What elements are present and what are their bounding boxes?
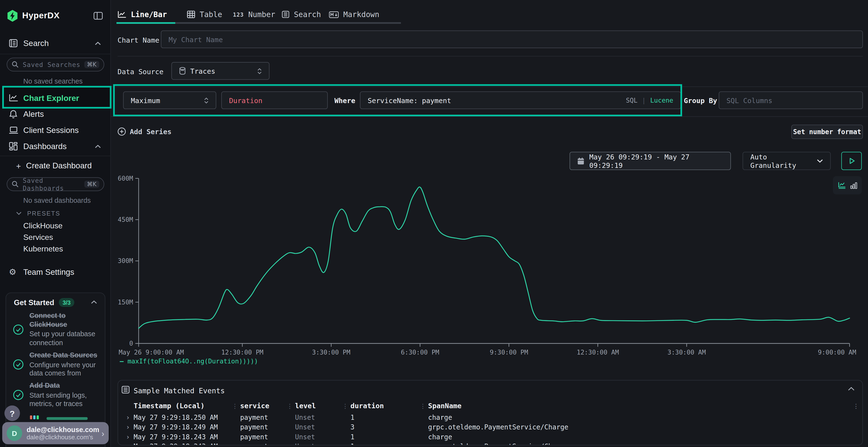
- granularity-select[interactable]: Auto Granularity: [743, 152, 831, 170]
- lucene-toggle[interactable]: Lucene: [650, 96, 674, 104]
- chevron-up-icon[interactable]: [95, 41, 101, 45]
- where-input[interactable]: ServiceName: payment SQL | Lucene: [360, 92, 681, 109]
- user-menu[interactable]: D dale@clickhouse.com dale@clickhouse.co…: [2, 422, 109, 444]
- sidebar: HyperDX Search Saved Searches ⌘K No save…: [0, 0, 111, 447]
- set-number-format-button[interactable]: Set number format: [791, 125, 863, 139]
- table-row[interactable]: ›May 27 9:29:18.250 AMpaymentUnset1charg…: [126, 413, 858, 422]
- tab-search[interactable]: Search: [282, 8, 321, 21]
- tab-underline-track: [117, 22, 401, 24]
- avatar: D: [7, 425, 22, 441]
- line-chart-icon: [9, 94, 18, 102]
- help-button[interactable]: ?: [4, 406, 20, 421]
- sidebar-item-search[interactable]: Search: [0, 35, 111, 51]
- get-started-item-subtitle: Set up your database connection: [29, 330, 99, 347]
- get-started-item[interactable]: Add Data Start sending logs, metrics, or…: [13, 382, 100, 409]
- presets-toggle[interactable]: PRESETS: [0, 208, 111, 218]
- plus-circle-icon: [118, 128, 126, 136]
- sample-matched-events-panel: Sample Matched Events Timestamp (Local) …: [118, 380, 863, 445]
- column-resize-handle[interactable]: ⋮: [287, 403, 293, 410]
- table-cell: May 27 9:29:18.250 AM: [133, 414, 240, 421]
- create-dashboard-button[interactable]: + Create Dashboard: [0, 160, 111, 172]
- shortcut-badge: ⌘K: [84, 61, 99, 68]
- sidebar-item-label: Dashboards: [23, 142, 67, 151]
- saved-dashboards-input[interactable]: Saved Dashboards ⌘K: [7, 177, 104, 191]
- column-header[interactable]: SpanName: [428, 402, 858, 410]
- date-range-input[interactable]: May 26 09:29:19 - May 27 09:29:19: [569, 152, 731, 170]
- no-saved-searches: No saved searches: [0, 77, 111, 86]
- get-started-item[interactable]: Create Data Sources Configure where your…: [13, 351, 100, 378]
- sidebar-item-chart-explorer[interactable]: Chart Explorer: [0, 88, 111, 108]
- row-expand-chevron-icon[interactable]: ›: [126, 414, 133, 421]
- table-cell: charge: [428, 433, 858, 441]
- saved-searches-input[interactable]: Saved Searches ⌘K: [7, 58, 104, 71]
- data-source-select[interactable]: Traces: [172, 62, 270, 80]
- get-started-item-title: Add Data: [29, 382, 99, 390]
- table-cell: Unset: [295, 414, 350, 421]
- collapse-sidebar-icon[interactable]: [93, 11, 103, 20]
- table-cell: May 27 9:29:18.243 AM: [133, 433, 240, 441]
- get-started-item-title: Create Data Sources: [29, 351, 99, 360]
- get-started-item-subtitle: Configure where your data comes from: [29, 361, 99, 378]
- tab-line-bar[interactable]: Line/Bar: [118, 8, 167, 21]
- chevron-up-icon[interactable]: [848, 386, 855, 391]
- svg-text:450M: 450M: [118, 216, 133, 223]
- divider: [0, 54, 111, 54]
- get-started-item[interactable]: Connect to ClickHouse Set up your databa…: [13, 312, 100, 347]
- sidebar-item-client-sessions[interactable]: Client Sessions: [0, 122, 111, 138]
- sidebar-item-label: Chart Explorer: [23, 94, 79, 102]
- table-cell: charge: [428, 414, 858, 421]
- column-resize-handle[interactable]: ⋮: [420, 403, 426, 410]
- sql-toggle[interactable]: SQL: [626, 96, 638, 104]
- sidebar-item-preset-kubernetes[interactable]: Kubernetes: [0, 243, 111, 254]
- table-cell: 3: [350, 423, 428, 431]
- sidebar-item-preset-clickhouse[interactable]: ClickHouse: [0, 220, 111, 231]
- run-query-button[interactable]: [841, 152, 862, 170]
- sidebar-item-label: Alerts: [23, 110, 44, 118]
- check-circle-icon: [13, 312, 24, 347]
- get-started-header[interactable]: Get Started 3/3: [14, 298, 75, 307]
- granularity-value: Auto Granularity: [750, 153, 817, 169]
- timeseries-chart[interactable]: 0150M300M450M600MMay 26 9:00:00 AM12:30:…: [118, 175, 863, 359]
- table-row[interactable]: ›May 27 9:29:18.249 AMpaymentUnset3grpc.…: [126, 422, 858, 432]
- table-cell: Unset: [295, 423, 350, 431]
- table-cell: 1: [350, 433, 428, 441]
- chevron-up-icon[interactable]: [95, 144, 101, 148]
- search-doc-icon: [282, 10, 289, 18]
- chevron-up-icon[interactable]: [91, 300, 97, 304]
- tab-markdown[interactable]: Markdown: [329, 8, 379, 21]
- table-cell: payment: [240, 443, 295, 445]
- chevron-down-icon: [817, 159, 823, 163]
- row-expand-chevron-icon[interactable]: ›: [126, 423, 133, 431]
- column-header[interactable]: duration: [350, 402, 428, 410]
- events-rows: ›May 27 9:29:18.250 AMpaymentUnset1charg…: [126, 413, 858, 446]
- column-resize-handle[interactable]: ⋮: [342, 403, 348, 410]
- column-header[interactable]: Timestamp (Local): [133, 402, 240, 410]
- row-expand-chevron-icon[interactable]: ›: [126, 433, 133, 441]
- field-input[interactable]: Duration: [221, 92, 328, 109]
- chart-name-input[interactable]: My Chart Name: [161, 31, 863, 48]
- laptop-icon: [9, 126, 18, 134]
- group-by-input[interactable]: SQL Columns: [719, 92, 863, 109]
- svg-text:0: 0: [129, 340, 133, 347]
- get-started-progress-badge: 3/3: [59, 298, 74, 307]
- sidebar-item-dashboards[interactable]: Dashboards: [0, 138, 111, 154]
- table-cell: 1: [350, 414, 428, 421]
- chart-legend: — maxIf(toFloat64O..ng(Duration))))): [120, 357, 258, 365]
- table-cell: Unset: [295, 433, 350, 441]
- table-options-kebab-icon[interactable]: ⋮: [853, 403, 859, 410]
- tab-table[interactable]: Table: [187, 8, 222, 21]
- sidebar-item-team-settings[interactable]: ⚙ Team Settings: [0, 265, 111, 279]
- table-row[interactable]: ›May 27 9:29:18.243 AMpaymentUnset1charg…: [126, 432, 858, 442]
- table-row[interactable]: ›May 27 9:29:18.243 AMpaymentUnset1grpc.…: [126, 442, 858, 445]
- bell-icon: [9, 110, 18, 118]
- add-series-button[interactable]: Add Series: [118, 128, 172, 136]
- tab-number[interactable]: 123 Number: [233, 8, 275, 21]
- aggregation-select[interactable]: Maximum: [123, 92, 216, 109]
- sidebar-item-preset-services[interactable]: Services: [0, 232, 111, 243]
- row-expand-chevron-icon[interactable]: ›: [126, 443, 133, 445]
- column-resize-handle[interactable]: ⋮: [232, 403, 238, 410]
- events-header: Sample Matched Events: [118, 385, 863, 396]
- search-icon: [11, 181, 19, 188]
- sidebar-item-alerts[interactable]: Alerts: [0, 106, 111, 122]
- select-updown-icon: [204, 97, 208, 103]
